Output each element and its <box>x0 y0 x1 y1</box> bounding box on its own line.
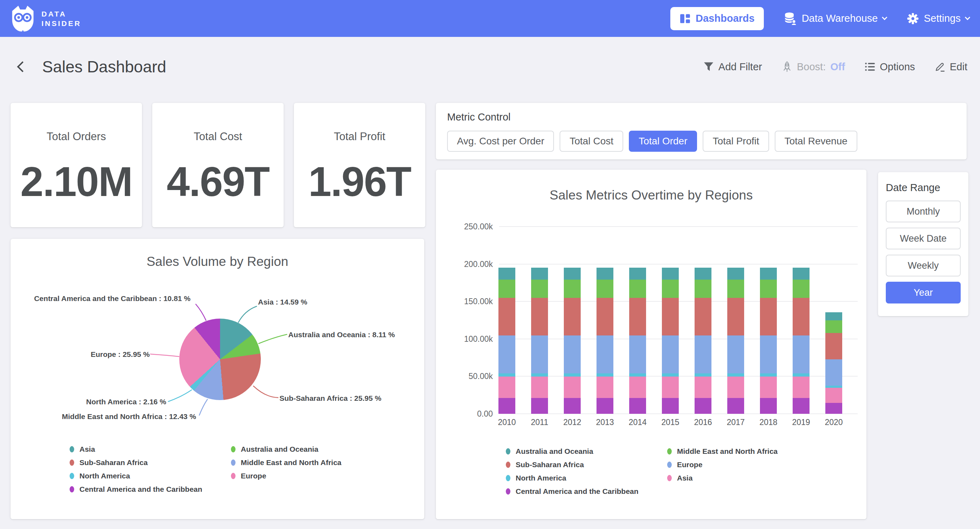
bar-segment-2015-central-america-and-the-caribbean[interactable] <box>662 398 679 414</box>
pie-legend-item-australia-and-oceania[interactable]: Australia and Oceania <box>231 445 318 454</box>
bar-segment-2015-sub-saharan-africa[interactable] <box>662 298 679 336</box>
bar-segment-2012-sub-saharan-africa[interactable] <box>564 298 581 336</box>
bar-segment-2010-asia[interactable] <box>498 376 515 398</box>
bar-segment-2019-australia-and-oceania[interactable] <box>793 268 810 280</box>
bar-legend-item-north-america[interactable]: North America <box>506 473 566 483</box>
bar-segment-2013-asia[interactable] <box>597 376 613 398</box>
bar-segment-2014-middle-east-and-north-africa[interactable] <box>629 280 646 298</box>
bar-legend-item-central-america-and-the-caribbean[interactable]: Central America and the Caribbean <box>506 487 638 496</box>
bar-segment-2012-middle-east-and-north-africa[interactable] <box>564 280 581 298</box>
bar-legend-item-sub-saharan-africa[interactable]: Sub-Saharan Africa <box>506 460 584 469</box>
bar-segment-2013-central-america-and-the-caribbean[interactable] <box>597 398 613 414</box>
boost-toggle[interactable]: Boost: Off <box>782 61 845 73</box>
metric-option-total-order[interactable]: Total Order <box>629 131 697 152</box>
bar-segment-2019-central-america-and-the-caribbean[interactable] <box>793 398 810 414</box>
bar-segment-2012-asia[interactable] <box>564 376 581 398</box>
bar-segment-2016-sub-saharan-africa[interactable] <box>695 298 711 336</box>
bar-segment-2019-asia[interactable] <box>793 376 810 398</box>
add-filter-button[interactable]: Add Filter <box>703 61 762 73</box>
bar-segment-2020-europe[interactable] <box>825 359 842 386</box>
bar-segment-2010-australia-and-oceania[interactable] <box>498 268 515 280</box>
bar-segment-2016-central-america-and-the-caribbean[interactable] <box>695 398 711 414</box>
bar-segment-2020-asia[interactable] <box>825 388 842 402</box>
bar-segment-2018-sub-saharan-africa[interactable] <box>760 298 777 336</box>
bar-segment-2017-australia-and-oceania[interactable] <box>727 268 744 280</box>
bar-segment-2014-asia[interactable] <box>629 376 646 398</box>
bar-segment-2016-middle-east-and-north-africa[interactable] <box>695 280 711 298</box>
bar-segment-2014-central-america-and-the-caribbean[interactable] <box>629 398 646 414</box>
bar-segment-2020-central-america-and-the-caribbean[interactable] <box>825 403 842 414</box>
nav-dashboards-button[interactable]: Dashboards <box>670 7 764 30</box>
bar-segment-2015-australia-and-oceania[interactable] <box>662 268 679 280</box>
bar-segment-2019-sub-saharan-africa[interactable] <box>793 298 810 336</box>
nav-data-warehouse[interactable]: Data Warehouse <box>784 12 887 25</box>
bar-segment-2020-middle-east-and-north-africa[interactable] <box>825 320 842 333</box>
metric-option-total-revenue[interactable]: Total Revenue <box>775 131 858 152</box>
metric-option-total-cost[interactable]: Total Cost <box>560 131 623 152</box>
bar-segment-2011-north-america[interactable] <box>531 373 548 376</box>
bar-segment-2012-north-america[interactable] <box>564 373 581 376</box>
pie-legend-item-north-america[interactable]: North America <box>70 472 130 481</box>
bar-segment-2017-sub-saharan-africa[interactable] <box>727 298 744 336</box>
bar-segment-2011-europe[interactable] <box>531 335 548 373</box>
bar-segment-2013-australia-and-oceania[interactable] <box>597 268 613 280</box>
bar-segment-2011-sub-saharan-africa[interactable] <box>531 298 548 336</box>
bar-segment-2017-north-america[interactable] <box>727 373 744 376</box>
bar-segment-2018-europe[interactable] <box>760 335 777 373</box>
pie-legend-item-middle-east-and-north-africa[interactable]: Middle East and North Africa <box>231 458 341 467</box>
bar-segment-2010-middle-east-and-north-africa[interactable] <box>498 280 515 298</box>
pie-legend-item-europe[interactable]: Europe <box>231 472 266 481</box>
bar-segment-2015-middle-east-and-north-africa[interactable] <box>662 280 679 298</box>
bar-segment-2011-central-america-and-the-caribbean[interactable] <box>531 398 548 414</box>
bar-segment-2018-middle-east-and-north-africa[interactable] <box>760 280 777 298</box>
bar-segment-2011-australia-and-oceania[interactable] <box>531 268 548 280</box>
bar-segment-2012-central-america-and-the-caribbean[interactable] <box>564 398 581 414</box>
bar-segment-2020-australia-and-oceania[interactable] <box>825 312 842 320</box>
bar-segment-2020-north-america[interactable] <box>825 386 842 388</box>
bar-segment-2010-europe[interactable] <box>498 335 515 373</box>
nav-settings[interactable]: Settings <box>907 13 969 25</box>
bar-segment-2019-europe[interactable] <box>793 335 810 373</box>
bar-segment-2015-north-america[interactable] <box>662 373 679 376</box>
bar-segment-2017-central-america-and-the-caribbean[interactable] <box>727 398 744 414</box>
bar-segment-2017-europe[interactable] <box>727 335 744 373</box>
bar-segment-2013-sub-saharan-africa[interactable] <box>597 298 613 336</box>
bar-legend-item-australia-and-oceania[interactable]: Australia and Oceania <box>506 447 593 456</box>
bar-segment-2016-australia-and-oceania[interactable] <box>695 268 711 280</box>
date-range-option-monthly[interactable]: Monthly <box>886 200 961 222</box>
date-range-option-weekly[interactable]: Weekly <box>886 255 961 276</box>
bar-segment-2020-sub-saharan-africa[interactable] <box>825 333 842 359</box>
bar-segment-2014-australia-and-oceania[interactable] <box>629 268 646 280</box>
bar-segment-2011-asia[interactable] <box>531 376 548 398</box>
bar-segment-2018-north-america[interactable] <box>760 373 777 376</box>
date-range-option-year[interactable]: Year <box>886 282 961 303</box>
back-button[interactable] <box>13 57 32 76</box>
bar-segment-2010-sub-saharan-africa[interactable] <box>498 298 515 336</box>
bar-segment-2018-asia[interactable] <box>760 376 777 398</box>
bar-segment-2014-europe[interactable] <box>629 335 646 373</box>
bar-segment-2013-north-america[interactable] <box>597 373 613 376</box>
bar-segment-2019-north-america[interactable] <box>793 373 810 376</box>
bar-segment-2013-middle-east-and-north-africa[interactable] <box>597 280 613 298</box>
bar-segment-2012-australia-and-oceania[interactable] <box>564 268 581 280</box>
bar-segment-2012-europe[interactable] <box>564 335 581 373</box>
bar-segment-2017-middle-east-and-north-africa[interactable] <box>727 280 744 298</box>
bar-segment-2016-asia[interactable] <box>695 376 711 398</box>
pie-legend-item-central-america-and-the-caribbean[interactable]: Central America and the Caribbean <box>70 485 202 494</box>
bar-segment-2013-europe[interactable] <box>597 335 613 373</box>
bar-segment-2018-australia-and-oceania[interactable] <box>760 268 777 280</box>
bar-segment-2014-sub-saharan-africa[interactable] <box>629 298 646 336</box>
options-button[interactable]: Options <box>865 61 915 73</box>
bar-segment-2016-north-america[interactable] <box>695 373 711 376</box>
pie-legend-item-sub-saharan-africa[interactable]: Sub-Saharan Africa <box>70 458 148 467</box>
bar-segment-2010-central-america-and-the-caribbean[interactable] <box>498 398 515 414</box>
metric-option-total-profit[interactable]: Total Profit <box>703 131 769 152</box>
bar-segment-2010-north-america[interactable] <box>498 373 515 376</box>
bar-segment-2016-europe[interactable] <box>695 335 711 373</box>
bar-legend-item-asia[interactable]: Asia <box>667 473 692 483</box>
bar-segment-2018-central-america-and-the-caribbean[interactable] <box>760 398 777 414</box>
date-range-option-week-date[interactable]: Week Date <box>886 228 961 249</box>
metric-option-avg-cost-per-order[interactable]: Avg. Cost per Order <box>447 131 554 152</box>
bar-segment-2015-europe[interactable] <box>662 335 679 373</box>
bar-segment-2019-middle-east-and-north-africa[interactable] <box>793 280 810 298</box>
